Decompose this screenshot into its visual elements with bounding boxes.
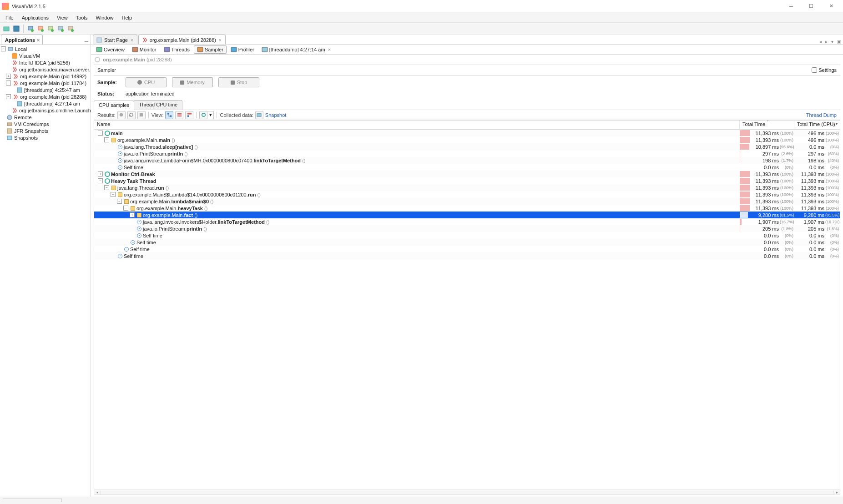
menu-window[interactable]: Window: [92, 14, 117, 21]
view-tab-profiler[interactable]: Profiler: [227, 45, 257, 54]
view-tree-icon[interactable]: [165, 111, 173, 119]
table-body[interactable]: −main11,393 ms(100%)496 ms(100%)−org.exa…: [94, 130, 840, 489]
horizontal-scrollbar[interactable]: ◂ ▸: [94, 490, 840, 495]
load-snapshot-icon[interactable]: [2, 24, 11, 33]
sample-tab[interactable]: CPU samples: [94, 101, 134, 110]
table-row[interactable]: −java.lang.Thread.run ()11,393 ms(100%)1…: [94, 184, 840, 191]
row-toggle-icon[interactable]: −: [123, 206, 128, 211]
view-tab-monitor[interactable]: Monitor: [129, 45, 160, 54]
attach-host-icon[interactable]: [26, 24, 35, 33]
table-row[interactable]: Self time0.0 ms(0%)0.0 ms(0%): [94, 232, 840, 239]
applications-tab-close-icon[interactable]: ×: [37, 37, 40, 43]
table-row[interactable]: −org.example.Main.heavyTask ()11,393 ms(…: [94, 205, 840, 212]
row-toggle-icon[interactable]: −: [98, 178, 103, 183]
table-row[interactable]: −Heavy Task Thread11,393 ms(100%)11,393 …: [94, 177, 840, 184]
row-toggle-icon[interactable]: −: [111, 192, 116, 197]
attach-coredump-icon[interactable]: [56, 24, 65, 33]
settings-checkbox-input[interactable]: [812, 67, 817, 73]
tree-item[interactable]: org.jetbrains.jps.cmdline.Launcher (pid: [0, 107, 91, 114]
tree-item[interactable]: +org.example.Main (pid 14992): [0, 73, 91, 80]
applications-tree[interactable]: −LocalVisualVMIntelliJ IDEA (pid 5256)or…: [0, 45, 91, 497]
view-tab--threaddump-am[interactable]: [threaddump] 4:27:14 am×: [258, 45, 334, 54]
row-toggle-icon[interactable]: +: [130, 212, 135, 217]
tabs-right-icon[interactable]: ▸: [823, 39, 829, 44]
tree-item[interactable]: [threaddump] 4:27:14 am: [0, 100, 91, 107]
refresh-icon[interactable]: [117, 111, 126, 119]
sample-tab[interactable]: Thread CPU time: [134, 100, 182, 110]
save-snapshot-icon[interactable]: [12, 24, 21, 33]
menu-file[interactable]: File: [2, 14, 17, 21]
tree-item[interactable]: org.jetbrains.idea.maven.server.RemoteMa…: [0, 66, 91, 73]
menu-view[interactable]: View: [53, 14, 71, 21]
applications-tab[interactable]: Applications ×: [1, 35, 43, 44]
tree-item[interactable]: IntelliJ IDEA (pid 5256): [0, 59, 91, 66]
memory-button[interactable]: Memory: [172, 77, 213, 87]
scroll-left-icon[interactable]: ◂: [94, 490, 101, 495]
sidebar-minimize-icon[interactable]: ─: [82, 39, 91, 44]
row-toggle-icon[interactable]: −: [104, 137, 109, 142]
snapshot-link[interactable]: Snapshot: [265, 112, 286, 118]
tabs-left-icon[interactable]: ◂: [818, 39, 823, 44]
col-name[interactable]: Name: [94, 121, 740, 129]
tab-close-icon[interactable]: ×: [218, 38, 222, 43]
tree-item[interactable]: VM Coredumps: [0, 121, 91, 127]
cpu-button[interactable]: CPU: [126, 77, 167, 87]
snapshot-icon[interactable]: [255, 111, 263, 119]
menu-applications[interactable]: Applications: [18, 14, 52, 21]
view-tab-sampler[interactable]: Sampler: [194, 45, 227, 54]
table-row[interactable]: Self time0.0 ms(0%)0.0 ms(0%): [94, 246, 840, 252]
tree-item[interactable]: VisualVM: [0, 52, 91, 59]
row-toggle-icon[interactable]: −: [98, 131, 103, 136]
attach-jmx-icon[interactable]: [36, 24, 45, 33]
scroll-right-icon[interactable]: ▸: [833, 490, 840, 495]
table-row[interactable]: java.lang.invoke.Invokers$Holder.linkToT…: [94, 218, 840, 225]
table-row[interactable]: java.io.PrintStream.println ()297 ms(2.6…: [94, 150, 840, 157]
col-total-time-cpu[interactable]: Total Time (CPU)▾: [794, 121, 840, 129]
thread-filter-icon[interactable]: [199, 111, 207, 119]
tab-close-icon[interactable]: ×: [130, 38, 134, 43]
view-tab-threads[interactable]: Threads: [161, 45, 193, 54]
attach-jstatd-icon[interactable]: [46, 24, 55, 33]
table-row[interactable]: Self time0.0 ms(0%)0.0 ms(0%): [94, 252, 840, 259]
attach-jfr-icon[interactable]: [66, 24, 75, 33]
table-row[interactable]: −org.example.Main$$Lambda$14.0x000000080…: [94, 191, 840, 198]
table-row[interactable]: Self time0.0 ms(0%)0.0 ms(0%): [94, 164, 840, 171]
tree-toggle-icon[interactable]: −: [6, 94, 11, 99]
editor-tab[interactable]: org.example.Main (pid 28288)×: [138, 35, 226, 44]
view-hotspots-icon[interactable]: [175, 111, 183, 119]
tree-toggle-icon[interactable]: −: [6, 81, 11, 86]
delta-icon[interactable]: [137, 111, 146, 119]
tree-item[interactable]: −org.example.Main (pid 28288): [0, 93, 91, 100]
table-row[interactable]: −org.example.Main.main ()11,393 ms(100%)…: [94, 136, 840, 143]
editor-tab[interactable]: Start Page×: [93, 35, 137, 44]
table-row[interactable]: java.io.PrintStream.println ()205 ms(1.8…: [94, 225, 840, 232]
view-combined-icon[interactable]: [185, 111, 193, 119]
table-row[interactable]: Self time0.0 ms(0%)0.0 ms(0%): [94, 239, 840, 246]
tree-item[interactable]: −Local: [0, 45, 91, 52]
tree-item[interactable]: Snapshots: [0, 134, 91, 141]
menu-tools[interactable]: Tools: [72, 14, 91, 21]
table-row[interactable]: −org.example.Main.lambda$main$0 ()11,393…: [94, 198, 840, 205]
maximize-button[interactable]: ☐: [801, 0, 821, 13]
table-row[interactable]: +org.example.Main.fact ()9,280 ms(81.5%)…: [94, 212, 840, 218]
tree-toggle-icon[interactable]: +: [6, 74, 11, 79]
reload-icon[interactable]: [127, 111, 136, 119]
close-button[interactable]: ✕: [821, 0, 841, 13]
thread-dump-link[interactable]: Thread Dump: [806, 112, 837, 118]
tabs-menu-icon[interactable]: ▾: [829, 39, 835, 44]
table-row[interactable]: java.lang.invoke.LambdaForm$MH.0x0000000…: [94, 157, 840, 164]
table-row[interactable]: −main11,393 ms(100%)496 ms(100%): [94, 130, 840, 136]
table-row[interactable]: +Monitor Ctrl-Break11,393 ms(100%)11,393…: [94, 171, 840, 177]
column-menu-icon[interactable]: ▾: [833, 122, 839, 126]
minimize-button[interactable]: ─: [781, 0, 801, 13]
tree-item[interactable]: Remote: [0, 114, 91, 121]
tabs-max-icon[interactable]: ▣: [835, 39, 843, 44]
col-total-time[interactable]: Total Time▾: [740, 121, 794, 129]
view-tab-overview[interactable]: Overview: [93, 45, 128, 54]
tree-item[interactable]: −org.example.Main (pid 11784): [0, 80, 91, 86]
settings-checkbox[interactable]: Settings: [812, 67, 837, 73]
stop-button[interactable]: Stop: [218, 77, 259, 87]
tree-toggle-icon[interactable]: −: [1, 46, 6, 51]
tree-item[interactable]: [threaddump] 4:25:47 am: [0, 86, 91, 93]
table-row[interactable]: java.lang.Thread.sleep[native] ()10,897 …: [94, 143, 840, 150]
